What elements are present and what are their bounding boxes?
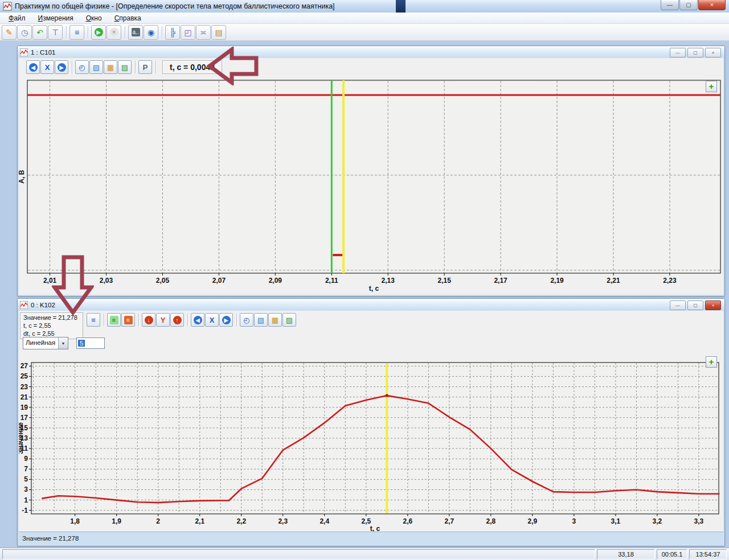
toolbar-separator — [88, 26, 88, 39]
svg-text:-1: -1 — [22, 507, 28, 514]
copy-table-button[interactable]: ▦ — [268, 313, 282, 327]
image-edit-icon: ▨ — [121, 63, 128, 72]
svg-text:21: 21 — [21, 393, 28, 401]
stop-measure-button[interactable]: × — [107, 25, 121, 40]
options-list-icon: ≡ — [75, 28, 79, 37]
undo-arrow-icon: ↶ — [36, 28, 43, 37]
book-icon: ▤ — [215, 28, 222, 37]
svg-text:t, c: t, c — [369, 285, 379, 293]
svg-text:2,1: 2,1 — [195, 517, 204, 525]
svg-text:2,4: 2,4 — [320, 517, 329, 525]
svg-text:2,15: 2,15 — [437, 277, 451, 285]
menu-file[interactable]: Файл — [2, 13, 32, 24]
svg-text:2,01: 2,01 — [43, 277, 57, 285]
scheme-button[interactable]: ╠ — [165, 25, 180, 40]
minimize-button[interactable]: — — [661, 0, 679, 10]
scroll-left-button[interactable]: ◀ — [26, 60, 40, 74]
sensor-button[interactable]: ⊤ — [48, 25, 63, 40]
input-selected-text: 5 — [78, 340, 85, 347]
scroll-left-button[interactable]: ◀ — [191, 313, 204, 327]
chevron-down-icon[interactable]: ▼ — [58, 337, 68, 349]
snapshot-button[interactable]: ◉ — [144, 25, 158, 40]
svg-text:9: 9 — [24, 455, 28, 463]
menu-measurements[interactable]: Измерения — [32, 13, 80, 24]
smoothing-type-dropdown[interactable]: Линейная ▼ — [23, 337, 68, 349]
value-plot[interactable]: -1135791113151719212325271,81,922,12,22,… — [19, 351, 723, 532]
toolbar-separator — [162, 26, 162, 39]
svg-text:1: 1 — [24, 496, 28, 504]
table-view-button[interactable]: ≡ — [107, 313, 121, 327]
console-icon: a.. — [132, 28, 140, 36]
zoom-plus-button[interactable]: + — [706, 81, 717, 92]
minimize-icon: — — [675, 50, 680, 55]
y-down-button[interactable]: ↓ — [142, 313, 155, 327]
options-list-icon: ≡ — [91, 316, 96, 324]
image-export-icon: ▧ — [257, 316, 264, 324]
app-icon — [3, 2, 12, 11]
svg-text:1,9: 1,9 — [112, 517, 121, 525]
options-button[interactable]: ≡ — [87, 313, 100, 327]
package-button[interactable]: ◰ — [181, 25, 195, 40]
svg-text:1,8: 1,8 — [70, 517, 80, 525]
scroll-right-button[interactable]: ▶ — [55, 60, 68, 74]
values-view-button[interactable]: ≡ — [121, 313, 135, 327]
oscillogram-plot[interactable]: 2,012,032,052,072,092,112,132,152,172,19… — [19, 75, 723, 293]
x-scale-button[interactable]: X — [205, 313, 219, 327]
svg-text:2,3: 2,3 — [278, 517, 288, 525]
chart-window-icon — [20, 48, 28, 56]
menu-help[interactable]: Справка — [108, 13, 148, 24]
smoothing-points-input[interactable]: 5 — [76, 337, 105, 349]
child-window-k102[interactable]: 0 : K102 — ▢ × Значение = 21,278 t, c = … — [17, 298, 725, 546]
svg-text:2,7: 2,7 — [444, 517, 454, 525]
close-button[interactable]: × — [698, 0, 726, 10]
child-window-c101[interactable]: 1 : C101 — ▢ × ◀X▶◴▧▦▨Pt, c = 0,0042 2,0… — [17, 46, 725, 297]
stopwatch-button[interactable]: ◴ — [75, 60, 89, 74]
edit-image-button[interactable]: ▨ — [282, 313, 296, 327]
title-bar[interactable]: Практикум по общей физике - [Определение… — [0, 0, 729, 13]
x-scale-button[interactable]: X — [40, 60, 54, 74]
svg-text:2,8: 2,8 — [486, 517, 496, 525]
pause-button[interactable]: P — [138, 60, 152, 74]
restore-button[interactable]: ▢ — [687, 300, 703, 310]
arrow-down-red-icon: ↓ — [145, 316, 153, 324]
start-measure-button[interactable]: ▶ — [91, 25, 106, 40]
stopwatch-button[interactable]: ◴ — [240, 313, 253, 327]
svg-text:2,05: 2,05 — [156, 277, 170, 285]
minimize-button[interactable]: — — [670, 300, 686, 310]
close-icon: × — [712, 303, 715, 308]
save-image-button[interactable]: ▧ — [89, 60, 103, 74]
dropdown-value: Линейная — [23, 337, 58, 349]
connect-button[interactable]: ✎ — [2, 25, 17, 40]
scroll-right-button[interactable]: ▶ — [219, 313, 233, 327]
menu-window[interactable]: Окно — [80, 13, 108, 24]
zoom-plus-button[interactable]: + — [706, 356, 717, 368]
copy-table-button[interactable]: ▦ — [104, 60, 117, 74]
svg-text:3,1: 3,1 — [611, 517, 621, 525]
reset-button[interactable]: ↶ — [32, 25, 47, 40]
svg-text:2,2: 2,2 — [236, 517, 246, 525]
minimize-icon: — — [675, 303, 680, 308]
options-button[interactable]: ≡ — [69, 25, 84, 40]
child-title-bar[interactable]: 1 : C101 — ▢ × — [18, 46, 724, 58]
save-image-button[interactable]: ▧ — [254, 313, 268, 327]
close-button[interactable]: × — [705, 300, 721, 310]
help-button[interactable]: ▤ — [211, 25, 226, 40]
readout-time: t, c = 2,55 — [23, 322, 83, 330]
console-button[interactable]: a.. — [128, 25, 143, 40]
restore-button[interactable]: ▢ — [687, 48, 703, 57]
minimize-button[interactable]: — — [670, 48, 686, 57]
svg-text:3,3: 3,3 — [694, 517, 704, 525]
settings-button[interactable]: ≍ — [196, 25, 211, 40]
svg-text:23: 23 — [21, 383, 28, 391]
menu-bar: Файл Измерения Окно Справка — [0, 13, 729, 24]
y-scale-button[interactable]: Y — [156, 313, 170, 327]
arrow-right-icon: ▶ — [58, 63, 66, 72]
y-up-button[interactable]: ↑ — [170, 313, 184, 327]
close-button[interactable]: × — [705, 48, 721, 57]
svg-text:t, c: t, c — [370, 525, 380, 532]
timer-settings-button[interactable]: ◷ — [17, 25, 32, 40]
restore-button[interactable]: ▢ — [679, 0, 698, 10]
restore-icon: ▢ — [693, 50, 698, 55]
edit-image-button[interactable]: ▨ — [118, 60, 132, 74]
child-title-bar[interactable]: 0 : K102 — ▢ × — [18, 299, 724, 311]
